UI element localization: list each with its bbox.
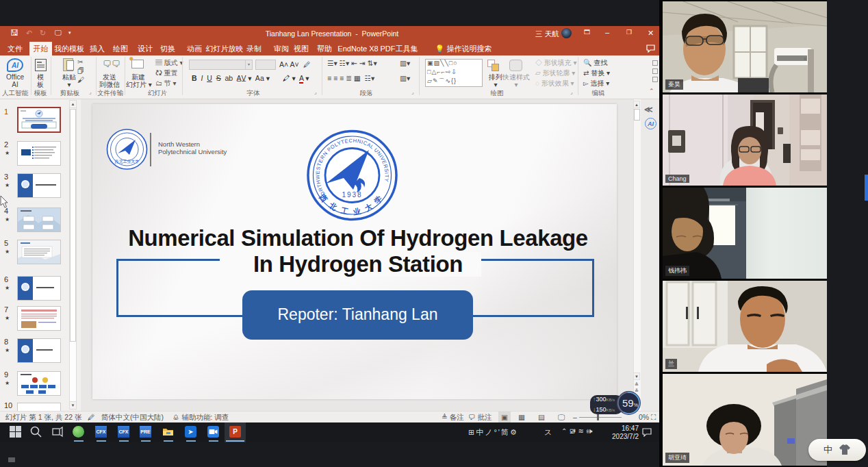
svg-text:1938: 1938: [342, 191, 362, 199]
svg-text:西北工业大学: 西北工业大学: [115, 159, 140, 164]
svg-text:业: 业: [352, 207, 361, 216]
svg-text:North Western: North Western: [158, 140, 200, 148]
svg-text:Polytechnical University: Polytechnical University: [158, 148, 227, 155]
